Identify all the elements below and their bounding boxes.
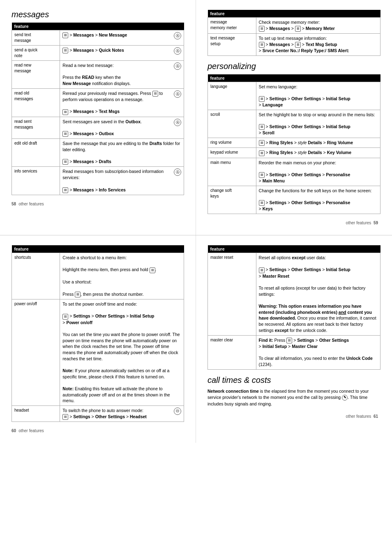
- reset-header: feature: [208, 245, 380, 253]
- feature-cell: headset: [12, 406, 60, 422]
- bottom-spread: feature shortcuts Create a shortcut to a…: [0, 235, 392, 443]
- menu-icon: ☷: [62, 187, 68, 193]
- table-row: main menu Reorder the main menus on your…: [208, 158, 380, 186]
- page-58-title: messages: [12, 10, 184, 19]
- table-row: shortcuts Create a shortcut to a menu it…: [12, 253, 184, 299]
- menu-icon: ☷: [62, 109, 68, 115]
- call-times-title: call times & costs: [208, 375, 380, 385]
- shortcuts-header: feature: [12, 245, 184, 253]
- feature-cell: send textmessage: [12, 30, 60, 46]
- page-number-60: 60: [12, 428, 16, 433]
- table-row: text messagesetup To set up text message…: [208, 33, 380, 55]
- desc-cell: ☷ > Messages > New Message Ⓐ: [60, 30, 184, 46]
- personalizing-header: feature: [208, 74, 380, 82]
- table-row: edit old draft Save the message that you…: [12, 139, 184, 167]
- desc-cell: Check message memory meter: ☷ > Messages…: [256, 18, 380, 34]
- feature-cell: read sentmessages: [12, 117, 60, 139]
- menu-icon: ☷: [75, 292, 81, 297]
- menu-icon: ☷: [259, 267, 265, 273]
- page-58: messages feature send textmessage ☷ > Me…: [0, 0, 196, 235]
- table-row: keypad volume ☷ > Ring Styles > style De…: [208, 148, 380, 158]
- table-row: power on/off To set the power on/off tim…: [12, 299, 184, 405]
- page-59: feature messagememory meter Check messag…: [196, 0, 392, 235]
- feature-cell: main menu: [208, 158, 256, 186]
- table-row: read sentmessages Ⓐ Sent messages are sa…: [12, 117, 184, 139]
- menu-icon: ☷: [259, 96, 265, 102]
- messages-table: feature send textmessage ☷ > Messages > …: [12, 23, 184, 195]
- feature-cell: power on/off: [12, 299, 60, 405]
- menu-icon: ☷: [150, 267, 155, 273]
- page-number-58: 58: [12, 202, 16, 206]
- table-row: language Set menu language: ☷ > Settings…: [208, 82, 380, 110]
- page-number-bar-61: other features 61: [208, 414, 380, 419]
- desc-cell: Ⓐ Reread your previously read messages. …: [60, 88, 184, 117]
- headset-icon: Ⓗ: [174, 408, 181, 415]
- desc-cell: Ⓐ Read messages from subscription-based …: [60, 167, 184, 195]
- feature-cell: edit old draft: [12, 139, 60, 167]
- menu-icon: ☷: [259, 172, 265, 178]
- feature-cell: shortcuts: [12, 253, 60, 299]
- call-times-text: Network connection time is the elapsed t…: [208, 388, 380, 408]
- desc-cell: Save the message that you are editing to…: [60, 139, 184, 167]
- page-number-bar-58: 58 other features: [12, 202, 184, 206]
- table-row: info services Ⓐ Read messages from subsc…: [12, 167, 184, 195]
- action-icon: Ⓐ: [174, 47, 181, 55]
- top-spread: messages feature send textmessage ☷ > Me…: [0, 0, 392, 235]
- desc-cell: To set up text message information: ☷ > …: [256, 33, 380, 55]
- messages-table-header: feature: [12, 23, 184, 30]
- end-call-icon: ✎: [342, 395, 348, 401]
- table-row: messagememory meter Check message memory…: [208, 18, 380, 34]
- table-row: scroll Set the highlight bar to stop or …: [208, 110, 380, 138]
- page-spread: messages feature send textmessage ☷ > Me…: [0, 0, 392, 443]
- feature-cell: change softkeys: [208, 186, 256, 214]
- desc-cell: Change the functions for the soft keys o…: [256, 186, 380, 214]
- table-row: send a quicknote ☷ > Messages > Quick No…: [12, 46, 184, 61]
- feature-cell: info services: [12, 167, 60, 195]
- desc-cell: Ⓐ Read a new text message: Press the REA…: [60, 61, 184, 89]
- desc-cell: Set the highlight bar to stop or wrap ar…: [256, 110, 380, 138]
- menu-icon: ☷: [259, 42, 265, 48]
- section-label-58: other features: [18, 202, 44, 206]
- menu-icon: ☷: [62, 314, 68, 320]
- menu-icon: ☷: [62, 48, 68, 53]
- desc-cell: Reset all options except user data: ☷ > …: [256, 253, 380, 335]
- page-number-59: 59: [374, 221, 378, 225]
- page-61: feature master reset Reset all options e…: [196, 235, 392, 443]
- table-row: master clear Find it: Press ☷ > Settings…: [208, 335, 380, 369]
- feature-cell: keypad volume: [208, 148, 256, 158]
- menu-icon: ☷: [295, 42, 301, 48]
- desc-cell: ☷ > Messages > Quick Notes Ⓐ: [60, 46, 184, 61]
- memory-table-header: feature: [208, 10, 380, 18]
- table-row: send textmessage ☷ > Messages > New Mess…: [12, 30, 184, 46]
- table-row: master reset Reset all options except us…: [208, 253, 380, 335]
- action-icon: Ⓐ: [174, 119, 181, 126]
- desc-cell: To set the power on/off time and mode: ☷…: [60, 299, 184, 405]
- menu-icon: ☷: [62, 414, 68, 420]
- menu-icon: ☷: [259, 140, 265, 146]
- feature-cell: read newmessage: [12, 61, 60, 89]
- action-icon: Ⓐ: [174, 90, 181, 98]
- memory-table: feature messagememory meter Check messag…: [208, 10, 380, 56]
- menu-icon: ☷: [259, 150, 265, 156]
- shortcuts-table: feature shortcuts Create a shortcut to a…: [12, 245, 184, 422]
- desc-cell: To switch the phone to auto answer mode:…: [60, 406, 184, 422]
- feature-cell: master reset: [208, 253, 256, 335]
- feature-cell: scroll: [208, 110, 256, 138]
- page-number-bar-60: 60 other features: [12, 428, 184, 433]
- desc-cell: Set menu language: ☷ > Settings > Other …: [256, 82, 380, 110]
- feature-cell: messagememory meter: [208, 18, 256, 34]
- action-icon: Ⓐ: [174, 62, 181, 70]
- menu-icon: ☷: [152, 91, 158, 97]
- desc-cell: Find it: Press ☷ > Settings > Other Sett…: [256, 335, 380, 369]
- desc-cell: Create a shortcut to a menu item: Highli…: [60, 253, 184, 299]
- feature-cell: text messagesetup: [208, 33, 256, 55]
- feature-cell: language: [208, 82, 256, 110]
- menu-icon: ☷: [286, 338, 292, 343]
- feature-cell: send a quicknote: [12, 46, 60, 61]
- page-number-61: 61: [374, 414, 378, 419]
- menu-icon: ☷: [62, 32, 68, 38]
- feature-cell: read oldmessages: [12, 88, 60, 117]
- personalizing-table: feature language Set menu language: ☷ > …: [208, 74, 380, 214]
- table-row: read oldmessages Ⓐ Reread your previousl…: [12, 88, 184, 117]
- desc-cell: Ⓐ Sent messages are saved in the Outbox.…: [60, 117, 184, 139]
